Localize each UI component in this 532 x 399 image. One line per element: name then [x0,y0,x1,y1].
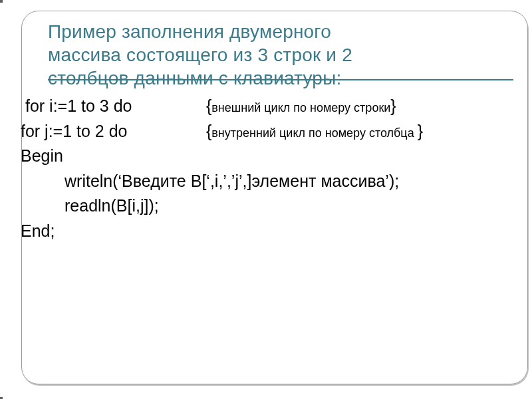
for-j-stmt: for j:=1 to 2 do [21,119,197,144]
for-j-comment-text: внутренний цикл по номеру столбца [211,126,417,140]
slide-title: Пример заполнения двумерного массива сос… [17,20,532,90]
for-i-comment: {внешний цикл по номеру строки} [206,94,396,119]
brace-open: { [206,122,211,140]
slide-content: Пример заполнения двумерного массива сос… [17,20,532,386]
for-j-comment: {внутренний цикл по номеру столбца } [201,119,423,144]
corner-dot-tl [0,0,3,3]
title-line-1: Пример заполнения двумерного [48,21,331,42]
code-line-for-j: for j:=1 to 2 do {внутренний цикл по ном… [21,119,532,144]
code-line-end: End; [21,219,532,244]
slide: Пример заполнения двумерного массива сос… [0,0,532,399]
for-i-stmt: for i:=1 to 3 do [25,94,201,119]
for-i-comment-text: внешний цикл по номеру строки [211,101,390,114]
title-line-2: массива состоящего из 3 строк и 2 [48,45,352,65]
code-block: for i:=1 to 3 do {внешний цикл по номеру… [17,90,532,243]
code-line-writeln: writeln(‘Введите B[‘,i,’,’j’,]элемент ма… [21,169,532,194]
brace-open: { [206,96,211,115]
brace-close: } [390,96,396,115]
code-line-readln: readln(B[i,j]); [21,194,532,219]
title-line-3: столбцов данными с клавиатуры: [48,68,341,88]
code-line-begin: Begin [21,144,532,169]
brace-close: } [418,122,423,140]
code-line-for-i: for i:=1 to 3 do {внешний цикл по номеру… [21,94,532,119]
